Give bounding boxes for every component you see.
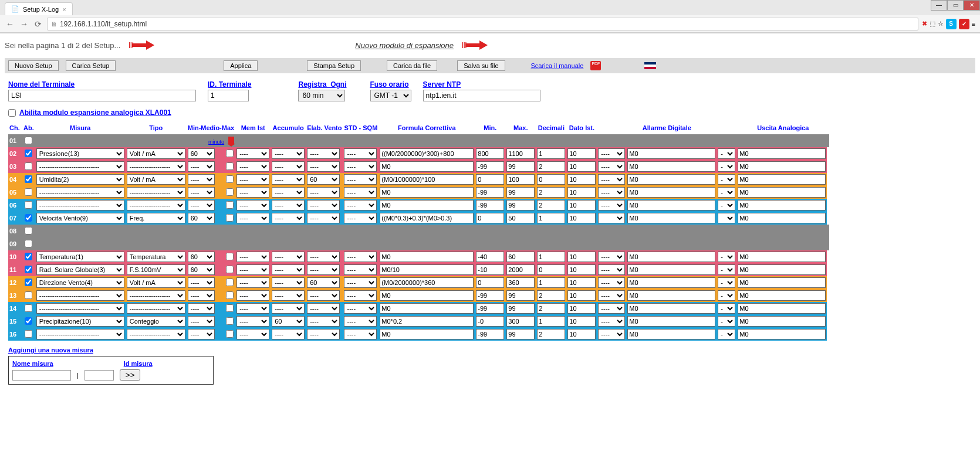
pdf-icon[interactable]: PDF [590,61,601,70]
mmm-select[interactable]: 60 [188,213,215,223]
enable-checkbox[interactable] [25,188,32,196]
alarm-select[interactable]: ---- [598,303,625,314]
ist-checkbox[interactable] [226,162,234,170]
decimali-input[interactable] [537,290,565,301]
misura-select[interactable]: ---------------------------- [36,303,124,314]
alarm-dash-select[interactable]: - [718,316,735,327]
max-input[interactable] [506,252,535,262]
elabvento-select[interactable]: ---- [307,290,340,301]
misura-select[interactable]: ---------------------------- [36,161,124,172]
tipo-select[interactable]: ------------------- [127,329,185,339]
reload-button[interactable]: ⟳ [33,19,43,29]
ist-checkbox[interactable] [226,291,234,299]
menu-icon[interactable]: ≡ [972,21,975,28]
memist-select[interactable]: ---- [236,200,269,210]
datoist-input[interactable] [567,174,596,185]
enable-checkbox[interactable] [25,317,32,325]
uscita-mo-input[interactable] [738,264,826,275]
enable-checkbox[interactable] [25,214,32,222]
enable-checkbox[interactable] [25,240,32,247]
misura-select[interactable]: Pressione(13) [36,148,124,159]
enable-checkbox[interactable] [25,175,32,183]
alarm-dash-select[interactable]: - [718,200,735,210]
alarm-dash-select[interactable]: - [718,187,735,198]
ist-checkbox[interactable] [226,188,234,196]
formula-input[interactable] [380,174,474,185]
tipo-select[interactable]: ------------------- [127,187,185,198]
memist-select[interactable]: ---- [236,329,269,339]
stampa-setup-button[interactable]: Stampa Setup [307,60,361,71]
elabvento-select[interactable]: ---- [307,316,340,327]
misura-select[interactable]: Direzione Vento(4) [36,277,124,288]
elabvento-select[interactable]: 60 [307,174,340,185]
ist-checkbox[interactable] [226,317,234,325]
memist-select[interactable]: ---- [236,264,269,275]
memist-select[interactable]: ---- [236,303,269,314]
uscita-mo-input[interactable] [738,252,826,262]
tipo-select[interactable]: ------------------- [127,200,185,210]
decimali-input[interactable] [537,277,565,288]
enable-checkbox[interactable] [25,279,32,286]
alarm-mo-input[interactable] [627,187,715,198]
decimali-input[interactable] [537,316,565,327]
alarm-mo-input[interactable] [627,316,715,327]
uscita-mo-input[interactable] [738,161,826,172]
memist-select[interactable]: ---- [236,161,269,172]
nuovo-setup-button[interactable]: Nuovo Setup [8,60,59,71]
elabvento-select[interactable]: ---- [307,264,340,275]
enable-analog-checkbox[interactable] [8,109,16,117]
elabvento-select[interactable]: ---- [307,213,340,223]
stdsqm-select[interactable]: ---- [344,200,377,210]
minimize-button[interactable]: — [931,0,947,11]
ext-icon-1[interactable]: ✖ [922,20,927,28]
misura-select[interactable]: ---------------------------- [36,290,124,301]
alarm-select[interactable]: ---- [598,264,625,275]
elabvento-select[interactable]: ---- [307,161,340,172]
ext-icon-2[interactable]: ⬚ [930,20,935,28]
formula-input[interactable] [380,303,474,314]
url-bar[interactable]: 🗎 192.168.1.110/it_setup.html [47,18,918,30]
browser-tab[interactable]: 📄 Setup X-Log × [5,2,73,15]
min-input[interactable] [476,277,504,288]
accumulo-select[interactable]: ---- [272,303,305,314]
max-input[interactable] [506,329,535,339]
accumulo-select[interactable]: ---- [272,200,305,210]
tipo-select[interactable]: Volt / mA [127,174,185,185]
accumulo-select[interactable]: ---- [272,161,305,172]
datoist-input[interactable] [567,316,596,327]
alarm-mo-input[interactable] [627,174,715,185]
enable-checkbox[interactable] [25,330,32,338]
misura-select[interactable]: Rad. Solare Globale(3) [36,264,124,275]
stdsqm-select[interactable]: ---- [344,277,377,288]
formula-input[interactable] [380,316,474,327]
memist-select[interactable]: ---- [236,213,269,223]
fuso-orario-select[interactable]: GMT -1 [370,90,411,101]
stdsqm-select[interactable]: ---- [344,303,377,314]
alarm-select[interactable]: ---- [598,174,625,185]
memist-select[interactable]: ---- [236,252,269,262]
alarm-dash-select[interactable]: - [718,303,735,314]
uscita-mo-input[interactable] [738,329,826,339]
formula-input[interactable] [380,148,474,159]
memist-select[interactable]: ---- [236,277,269,288]
misura-select[interactable]: ---------------------------- [36,187,124,198]
max-input[interactable] [506,187,535,198]
mmm-select[interactable]: ---- [188,277,215,288]
datoist-input[interactable] [567,187,596,198]
min-input[interactable] [476,290,504,301]
scarica-manuale-link[interactable]: Scarica il manuale [531,62,584,69]
elabvento-select[interactable]: ---- [307,148,340,159]
alarm-mo-input[interactable] [627,290,715,301]
tipo-select[interactable]: ------------------- [127,290,185,301]
alarm-dash-select[interactable]: - [718,174,735,185]
tab-close-icon[interactable]: × [62,6,66,13]
uscita-mo-input[interactable] [738,290,826,301]
alarm-select[interactable]: ---- [598,316,625,327]
stdsqm-select[interactable]: ---- [344,148,377,159]
max-input[interactable] [506,200,535,210]
memist-select[interactable]: ---- [236,187,269,198]
expansion-module-link[interactable]: Nuovo modulo di espansione [355,41,454,50]
accumulo-select[interactable]: ---- [272,174,305,185]
max-input[interactable] [506,213,535,223]
decimali-input[interactable] [537,264,565,275]
